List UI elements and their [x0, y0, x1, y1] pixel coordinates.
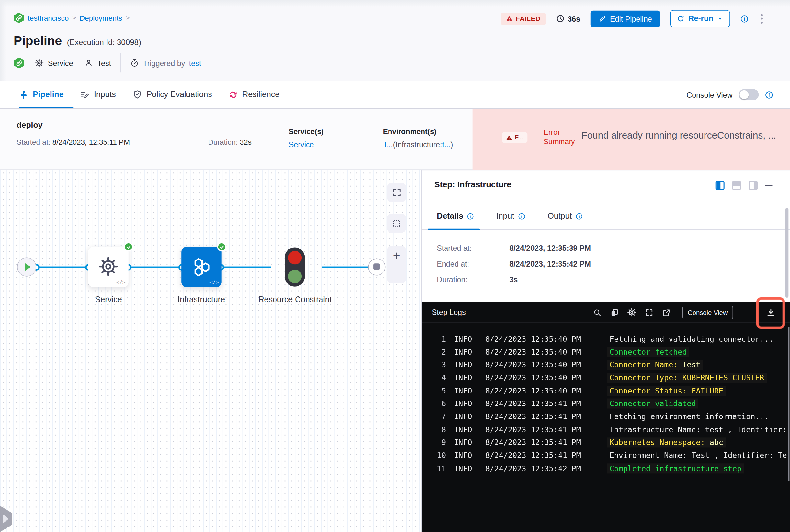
scrollbar[interactable] [786, 208, 788, 298]
breadcrumb-link[interactable]: testfrancisco [28, 14, 69, 22]
services-header: Service(s) [289, 128, 324, 136]
tab-details[interactable]: Details [437, 212, 474, 221]
stage-name: deploy [17, 121, 42, 130]
shield-check-icon [132, 90, 142, 99]
code-icon: </> [209, 280, 219, 285]
title-row: Pipeline (Execution Id: 30098) [14, 33, 141, 48]
error-summary-label: Error Summary [544, 128, 575, 147]
info-icon [575, 212, 583, 220]
layout-bottom-icon[interactable] [732, 181, 741, 190]
start-node[interactable] [17, 258, 36, 277]
triggered-by: Triggered by test [130, 59, 201, 68]
gear-icon[interactable] [627, 308, 636, 317]
zoom-out-button[interactable]: – [387, 262, 406, 280]
external-link-icon[interactable] [662, 308, 670, 317]
inputs-icon [80, 90, 89, 99]
chevron-right-icon [3, 514, 8, 524]
info-icon[interactable] [740, 14, 749, 23]
green-light [288, 269, 301, 283]
step-logs-panel: Step Logs Console View 1INFO8/24/2023 12… [422, 302, 790, 532]
resilience-icon [228, 90, 238, 99]
environment-link[interactable]: T...(Infrastructure:t...) [383, 140, 453, 149]
log-line: 5INFO8/24/2023 12:35:40 PMConnector Stat… [422, 384, 790, 397]
log-line: 3INFO8/24/2023 12:35:40 PMConnector Name… [422, 358, 790, 371]
tab-resilience[interactable]: Resilience [228, 80, 279, 109]
console-view-button[interactable]: Console View [682, 305, 733, 319]
fullscreen-icon[interactable] [645, 308, 654, 317]
active-tab-indicator [428, 228, 479, 230]
error-summary-message: Found already running resourceConstrains… [582, 130, 783, 141]
gear-icon [35, 59, 44, 68]
service-link[interactable]: Service [289, 140, 314, 149]
tab-output[interactable]: Output [548, 212, 583, 221]
more-options-menu[interactable] [759, 12, 765, 25]
log-line: 7INFO8/24/2023 12:35:41 PMFetching envir… [422, 410, 790, 423]
node-service-label: Service [70, 293, 148, 306]
log-line: 4INFO8/24/2023 12:35:40 PMConnector Type… [422, 371, 790, 384]
tab-pipeline[interactable]: Pipeline [19, 80, 63, 109]
node-service[interactable]: </> [88, 247, 128, 287]
info-icon[interactable] [765, 90, 773, 99]
header-actions: FAILED 36s Edit Pipeline Re-run [501, 10, 765, 27]
graph-edge [221, 266, 271, 268]
breadcrumb-separator: > [126, 14, 129, 22]
tab-output-label: Output [548, 212, 572, 221]
rerun-label: Re-run [688, 14, 714, 23]
marquee-select-button[interactable] [387, 213, 406, 233]
log-line: 1INFO8/24/2023 12:35:40 PMFetching and v… [422, 332, 790, 345]
error-badge-label: F... [515, 134, 523, 141]
clock-icon [556, 14, 565, 23]
step-logs-header: Step Logs Console View [422, 302, 790, 323]
node-resource-constraint[interactable] [284, 247, 305, 286]
log-line: 8INFO8/24/2023 12:35:41 PMInfrastructure… [422, 423, 790, 436]
triggered-by-label: Triggered by [143, 59, 185, 67]
environments-header: Environment(s) [383, 128, 437, 136]
node-infrastructure[interactable]: </> [181, 247, 221, 287]
layout-left-icon[interactable] [716, 181, 724, 190]
cd-module-icon [14, 13, 24, 23]
pipeline-icon [19, 90, 28, 99]
step-logs-title: Step Logs [432, 308, 466, 316]
environment-value-part[interactable]: T... [383, 140, 393, 149]
test-meta-label: Test [97, 59, 111, 67]
log-line: 11INFO8/24/2023 12:35:42 PMCompleted inf… [422, 462, 790, 475]
execution-summary: deploy Started at: 8/24/2023, 12:35:11 P… [0, 109, 790, 170]
end-node[interactable] [368, 259, 386, 276]
breadcrumb: testfrancisco>Deployments> [14, 13, 129, 23]
success-check-icon [124, 242, 133, 251]
console-view-toggle[interactable] [738, 89, 758, 100]
environment-value-part[interactable]: t... [442, 140, 451, 149]
red-light [288, 251, 301, 264]
copy-icon[interactable] [610, 308, 619, 317]
search-icon[interactable] [593, 308, 602, 317]
tab-input[interactable]: Input [496, 212, 526, 221]
step-tabs: Details Input Output [422, 218, 790, 230]
expand-panel-button[interactable] [0, 506, 13, 532]
layout-right-icon[interactable] [749, 181, 758, 190]
log-line: 6INFO8/24/2023 12:35:41 PMConnector vali… [422, 397, 790, 410]
service-meta-label: Service [48, 59, 73, 67]
minimize-panel-button[interactable] [766, 185, 773, 186]
rerun-button[interactable]: Re-run [670, 10, 730, 27]
started-at: Started at: 8/24/2023, 12:35:11 PM [17, 138, 130, 146]
graph-edge [36, 266, 89, 268]
cd-module-icon [14, 57, 24, 68]
breadcrumb-separator: > [72, 14, 76, 22]
triggered-by-user[interactable]: test [189, 59, 201, 67]
edit-pipeline-label: Edit Pipeline [610, 14, 652, 23]
tab-policy-evaluations[interactable]: Policy Evaluations [132, 80, 212, 109]
user-icon [84, 59, 93, 68]
tab-inputs[interactable]: Inputs [80, 80, 116, 109]
divider [275, 126, 275, 157]
log-lines: 1INFO8/24/2023 12:35:40 PMFetching and v… [422, 323, 790, 475]
edit-pipeline-button[interactable]: Edit Pipeline [590, 11, 660, 27]
node-resource-constraint-label: Resource Constraint [256, 293, 334, 306]
panel-layout-controls [716, 181, 773, 190]
breadcrumb-link[interactable]: Deployments [80, 14, 122, 22]
scrollbar[interactable] [788, 327, 789, 480]
code-icon: </> [116, 280, 125, 285]
play-icon [24, 263, 31, 271]
page: testfrancisco>Deployments> FAILED 36s Ed… [0, 0, 790, 532]
elapsed-label: 36s [568, 14, 580, 23]
fit-to-screen-button[interactable] [387, 183, 406, 202]
